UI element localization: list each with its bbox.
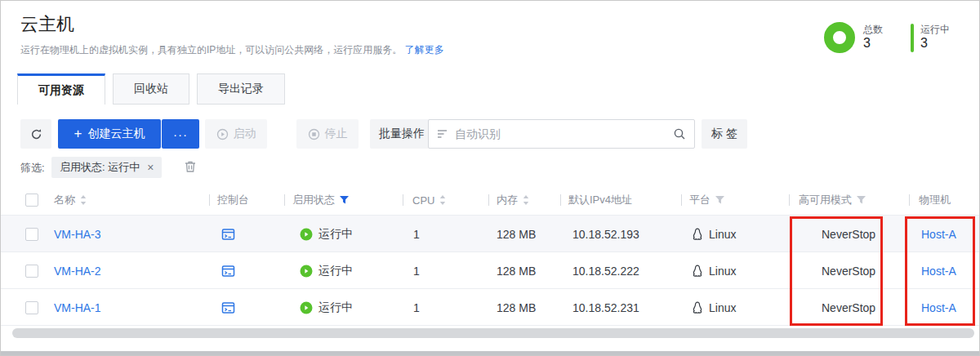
- tab-export-records[interactable]: 导出记录: [197, 73, 285, 105]
- search-icon[interactable]: [673, 127, 686, 140]
- search-box: [428, 119, 695, 149]
- tab-recycle-bin[interactable]: 回收站: [113, 73, 189, 105]
- tag-button[interactable]: 标 签: [702, 119, 747, 149]
- platform-cell: Linux: [692, 289, 736, 326]
- page-title: 云主机: [20, 12, 74, 37]
- running-value: 3: [920, 36, 928, 51]
- start-button[interactable]: 启动: [205, 119, 267, 149]
- create-vm-button[interactable]: + 创建云主机: [58, 119, 161, 149]
- search-input[interactable]: [455, 127, 666, 140]
- column-header-ha-mode[interactable]: 高可用模式: [799, 185, 866, 215]
- row-checkbox[interactable]: [25, 252, 38, 289]
- platform-value: Linux: [709, 265, 736, 278]
- platform-cell: Linux: [692, 252, 736, 289]
- platform-value: Linux: [709, 301, 736, 314]
- more-actions-button[interactable]: ···: [162, 119, 199, 149]
- column-header-name[interactable]: 名称: [54, 185, 87, 215]
- console-button[interactable]: [221, 216, 235, 252]
- running-bar-icon: [911, 24, 914, 52]
- sort-icon[interactable]: [523, 195, 529, 205]
- console-icon: [221, 301, 235, 314]
- host-link[interactable]: Host-A: [921, 265, 956, 278]
- row-checkbox[interactable]: [25, 216, 38, 252]
- start-label: 启动: [234, 127, 256, 141]
- stop-circle-icon: [308, 128, 320, 140]
- memory-value: 128 MB: [497, 289, 536, 326]
- trash-icon: [184, 160, 197, 173]
- column-divider: [403, 194, 403, 206]
- column-header-platform[interactable]: 平台: [689, 185, 724, 215]
- horizontal-scrollbar[interactable]: [12, 328, 974, 338]
- sort-icon[interactable]: [80, 195, 87, 205]
- running-status-icon: [300, 228, 313, 241]
- column-header-console: 控制台: [217, 185, 249, 215]
- chip-close-icon[interactable]: ×: [147, 161, 154, 174]
- column-header-ipv4: 默认IPv4地址: [568, 185, 632, 215]
- play-circle-icon: [216, 128, 229, 140]
- column-header-status[interactable]: 启用状态: [292, 185, 349, 215]
- platform-value: Linux: [709, 228, 736, 241]
- status-badge: 运行中: [300, 252, 353, 289]
- column-header-cpu[interactable]: CPU: [412, 185, 446, 215]
- column-divider: [560, 194, 561, 206]
- memory-value: 128 MB: [497, 216, 536, 252]
- total-value: 3: [863, 36, 871, 51]
- cloud-host-page: 云主机 运行在物理机上的虚拟机实例，具有独立的IP地址，可以访问公共网络，运行应…: [0, 0, 980, 356]
- plus-icon: +: [74, 126, 82, 142]
- row-checkbox[interactable]: [25, 289, 38, 326]
- learn-more-link[interactable]: 了解更多: [405, 44, 444, 56]
- column-header-host: 物理机: [919, 185, 951, 215]
- console-button[interactable]: [221, 252, 235, 289]
- page-subtitle-text: 运行在物理机上的虚拟机实例，具有独立的IP地址，可以访问公共网络，运行应用服务。: [20, 44, 402, 56]
- cpu-value: 1: [413, 252, 420, 289]
- console-icon: [221, 265, 235, 278]
- vm-name-link[interactable]: VM-HA-2: [54, 265, 101, 278]
- column-divider: [789, 194, 790, 206]
- running-label: 运行中: [920, 23, 950, 37]
- table-row: VM-HA-1 运行中 1 128 MB 10.18.52.231 Linux …: [1, 288, 979, 325]
- running-status-icon: [300, 265, 313, 278]
- memory-value: 128 MB: [497, 252, 536, 289]
- status-badge: 运行中: [300, 289, 353, 326]
- column-header-memory[interactable]: 内存: [497, 185, 529, 215]
- tab-bar: 可用资源 回收站 导出记录: [17, 73, 285, 105]
- cpu-value: 1: [413, 216, 420, 252]
- vm-name-link[interactable]: VM-HA-3: [54, 228, 101, 241]
- sort-icon[interactable]: [439, 195, 446, 205]
- table-header: 名称 控制台 启用状态 CPU 内存: [1, 185, 979, 215]
- stop-button[interactable]: 停止: [296, 119, 359, 149]
- page-subtitle: 运行在物理机上的虚拟机实例，具有独立的IP地址，可以访问公共网络，运行应用服务。…: [20, 43, 444, 57]
- clear-filters-button[interactable]: [184, 160, 197, 173]
- column-divider: [284, 194, 285, 206]
- filter-funnel-icon[interactable]: [857, 196, 866, 204]
- linux-penguin-icon: [692, 265, 703, 278]
- platform-cell: Linux: [692, 216, 736, 252]
- window-bottom-edge: [1, 351, 979, 355]
- filter-chip-status-running: 启用状态: 运行中 ×: [51, 157, 162, 178]
- ellipsis-icon: ···: [173, 127, 188, 141]
- ipv4-value: 10.18.52.193: [572, 216, 639, 252]
- filter-funnel-icon[interactable]: [715, 196, 724, 204]
- filter-lines-icon: [437, 129, 448, 139]
- console-icon: [221, 228, 235, 241]
- stop-label: 停止: [325, 127, 348, 141]
- status-badge: 运行中: [300, 216, 353, 252]
- ipv4-value: 10.18.52.231: [572, 289, 639, 326]
- filter-label: 筛选:: [20, 161, 45, 176]
- console-button[interactable]: [221, 289, 235, 326]
- column-divider: [681, 194, 682, 206]
- column-divider: [488, 194, 489, 206]
- filter-funnel-icon-active[interactable]: [340, 196, 349, 204]
- column-divider: [209, 194, 210, 206]
- tab-available-resources[interactable]: 可用资源: [17, 73, 105, 105]
- linux-penguin-icon: [692, 228, 703, 241]
- table-row: VM-HA-3 运行中 1 128 MB 10.18.52.193 Linux …: [1, 215, 979, 251]
- select-all-checkbox[interactable]: [25, 185, 38, 215]
- host-link[interactable]: Host-A: [921, 301, 956, 314]
- total-label: 总数: [863, 23, 883, 37]
- total-donut-icon: [824, 22, 855, 53]
- host-link[interactable]: Host-A: [921, 228, 956, 241]
- ha-mode-value: NeverStop: [822, 252, 875, 289]
- vm-name-link[interactable]: VM-HA-1: [54, 301, 101, 314]
- refresh-button[interactable]: [20, 119, 51, 149]
